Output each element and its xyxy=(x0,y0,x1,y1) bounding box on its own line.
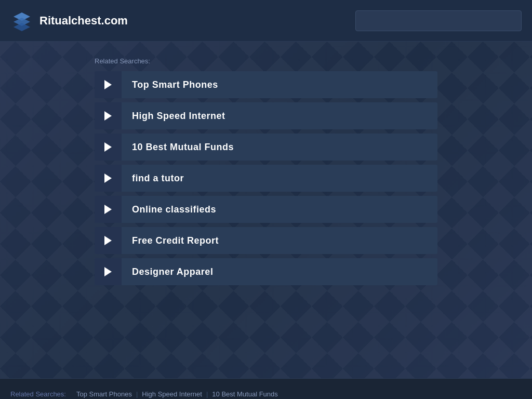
search-item-6[interactable]: Free Credit Report xyxy=(95,227,437,254)
triangle-3 xyxy=(104,142,112,152)
header: Ritualchest.com xyxy=(0,0,532,42)
search-item-1[interactable]: Top Smart Phones xyxy=(95,71,437,98)
search-item-label-6: Free Credit Report xyxy=(122,228,229,254)
search-item-label-4: find a tutor xyxy=(122,166,194,191)
footer-link-1[interactable]: Top Smart Phones xyxy=(76,390,132,398)
search-item-label-5: Online classifieds xyxy=(122,197,227,222)
search-item-7[interactable]: Designer Apparel xyxy=(95,258,437,285)
footer-links: Top Smart Phones|High Speed Internet|10 … xyxy=(76,390,278,398)
arrow-icon-7 xyxy=(95,258,122,285)
svg-marker-2 xyxy=(14,23,30,31)
main-content: Related Searches: Top Smart PhonesHigh S… xyxy=(0,42,532,378)
footer-related-label: Related Searches: xyxy=(10,390,66,398)
related-searches-heading: Related Searches: xyxy=(95,57,437,65)
triangle-2 xyxy=(104,111,112,121)
footer-link-2[interactable]: High Speed Internet xyxy=(142,390,202,398)
triangle-7 xyxy=(104,267,112,276)
search-input[interactable] xyxy=(355,10,522,31)
search-item-5[interactable]: Online classifieds xyxy=(95,196,437,223)
triangle-5 xyxy=(104,205,112,214)
footer-separator-2: | xyxy=(206,390,208,398)
logo-icon xyxy=(10,9,33,32)
search-item-3[interactable]: 10 Best Mutual Funds xyxy=(95,134,437,161)
search-items-list: Top Smart PhonesHigh Speed Internet10 Be… xyxy=(95,71,437,285)
arrow-icon-2 xyxy=(95,102,122,129)
triangle-4 xyxy=(104,174,112,183)
triangle-1 xyxy=(104,80,112,89)
search-item-label-1: Top Smart Phones xyxy=(122,72,229,98)
footer-separator-1: | xyxy=(136,390,138,398)
search-item-label-7: Designer Apparel xyxy=(122,259,223,285)
arrow-icon-3 xyxy=(95,134,122,161)
search-item-label-3: 10 Best Mutual Funds xyxy=(122,135,244,160)
search-item-label-2: High Speed Internet xyxy=(122,103,236,129)
footer: Related Searches: Top Smart Phones|High … xyxy=(0,378,532,399)
site-title: Ritualchest.com xyxy=(39,14,128,28)
search-item-2[interactable]: High Speed Internet xyxy=(95,102,437,129)
footer-link-3[interactable]: 10 Best Mutual Funds xyxy=(212,390,277,398)
triangle-6 xyxy=(104,236,112,245)
arrow-icon-4 xyxy=(95,165,122,192)
arrow-icon-5 xyxy=(95,196,122,223)
logo-area: Ritualchest.com xyxy=(10,9,128,32)
arrow-icon-1 xyxy=(95,71,122,98)
search-item-4[interactable]: find a tutor xyxy=(95,165,437,192)
arrow-icon-6 xyxy=(95,227,122,254)
